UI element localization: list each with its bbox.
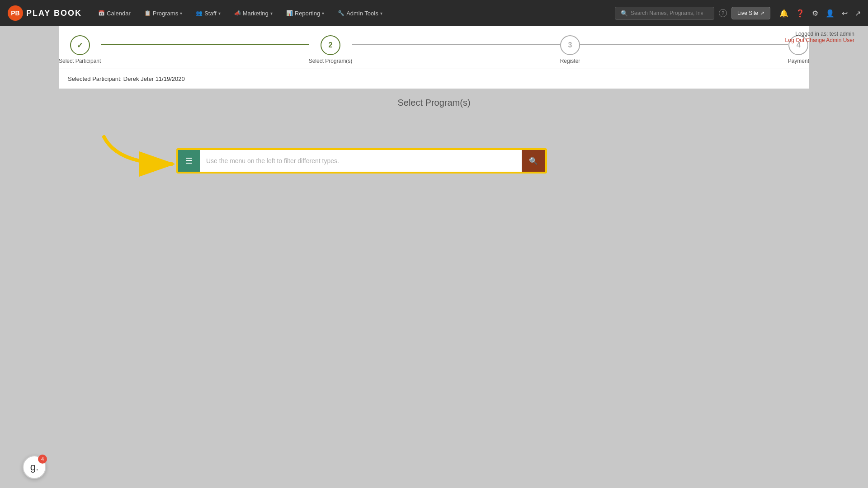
nav-calendar[interactable]: 📅 Calendar [94,0,135,26]
step-4-label: Payment [788,58,809,64]
logout-link[interactable]: Log Out [785,37,806,43]
staff-icon: 👥 [196,10,203,16]
external-nav-icon[interactable]: ↗ [855,9,861,18]
user-profile-icon[interactable]: 👤 [826,9,835,18]
global-search-input[interactable] [631,10,703,16]
live-site-button[interactable]: Live Site ↗ [731,7,770,19]
nav-marketing[interactable]: 📣 Marketing ▾ [230,0,277,26]
nav-icons-right: 🔔 ❓ ⚙ 👤 ↩ ↗ [779,9,861,18]
chevron-down-icon: ▾ [180,11,182,16]
nav-staff[interactable]: 👥 Staff ▾ [191,0,225,26]
global-search[interactable]: 🔍 [615,7,714,20]
step-3: 3 Register [560,35,580,64]
chevron-down-icon: ▾ [270,11,273,16]
nav-programs[interactable]: 📋 Programs ▾ [140,0,187,26]
notification-bell-icon[interactable]: 🔔 [779,9,788,18]
external-link-icon: ↗ [760,10,764,16]
logo-icon: PB [7,5,24,21]
step-2-label: Select Program(s) [309,58,353,64]
help-icon[interactable]: ? [719,9,727,17]
chevron-down-icon: ▾ [322,11,324,16]
step-line-3-4 [580,44,788,45]
reporting-icon: 📊 [286,10,293,16]
navbar: PB PLAY BOOK 📅 Calendar 📋 Programs ▾ 👥 S… [0,0,868,26]
calendar-icon: 📅 [98,10,105,16]
programs-icon: 📋 [144,10,151,16]
chevron-down-icon: ▾ [218,11,221,16]
change-admin-link[interactable]: Change Admin User [806,37,854,43]
step-2-circle: 2 [321,35,340,55]
step-1-circle: ✓ [70,35,90,55]
chat-bubble[interactable]: g. 4 [23,455,46,479]
step-1-label: Select Participant [59,58,101,64]
search-filter-button[interactable]: ☰ [178,150,200,172]
chat-bubble-letter: g. [30,461,38,473]
search-go-button[interactable]: 🔍 [522,150,545,172]
logo-text: PLAY BOOK [26,9,82,18]
settings-gear-icon[interactable]: ⚙ [812,9,818,18]
chat-badge: 4 [38,455,47,464]
chevron-down-icon: ▾ [380,11,382,16]
content-area: Select Program(s) [59,89,809,314]
admin-tools-icon: 🔧 [338,10,344,16]
stepper: ✓ Select Participant 2 Select Program(s)… [59,26,809,69]
search-highlight-box: ☰ 🔍 [176,148,547,174]
logout-icon[interactable]: ↩ [842,9,848,18]
selected-participant-text: Selected Participant: Derek Jeter 11/19/… [68,75,185,82]
main-content: ✓ Select Participant 2 Select Program(s)… [0,26,868,488]
nav-admin-tools[interactable]: 🔧 Admin Tools ▾ [333,0,387,26]
login-info: Logged in as: test admin Log Out Change … [785,31,854,43]
search-highlight-container: ☰ 🔍 [176,148,547,174]
svg-text:PB: PB [11,9,19,17]
step-line-1-2 [101,44,308,45]
logo[interactable]: PB PLAY BOOK [7,5,82,21]
filter-icon: ☰ [185,156,193,166]
search-go-icon: 🔍 [529,157,538,165]
selected-participant-bar: Selected Participant: Derek Jeter 11/19/… [59,69,809,89]
select-program-title: Select Program(s) [68,98,800,108]
marketing-icon: 📣 [234,10,241,16]
step-3-label: Register [560,58,580,64]
help-circle-icon[interactable]: ❓ [796,9,805,18]
step-3-circle: 3 [560,35,580,55]
step-1: ✓ Select Participant [59,35,101,64]
program-search-input[interactable] [200,150,522,172]
step-line-2-3 [352,44,560,45]
nav-reporting[interactable]: 📊 Reporting ▾ [282,0,329,26]
step-2: 2 Select Program(s) [309,35,353,64]
search-icon: 🔍 [621,10,628,17]
